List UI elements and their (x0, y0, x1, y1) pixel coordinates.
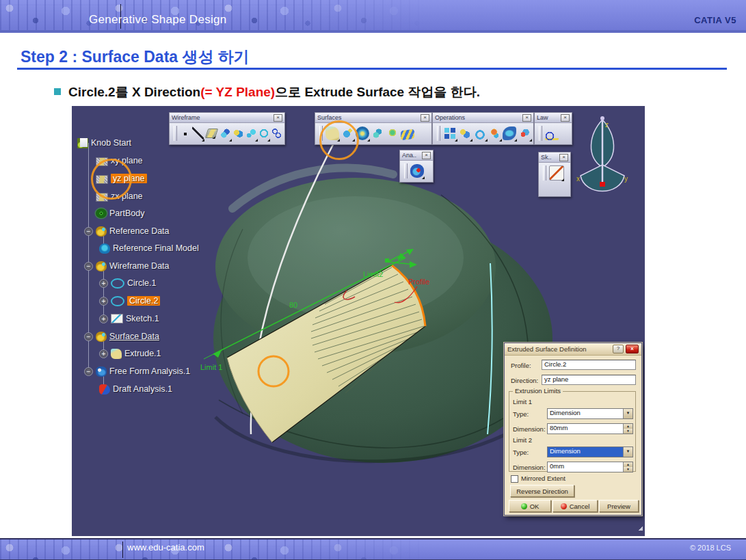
line-icon[interactable] (192, 126, 204, 140)
draft-analysis-icon[interactable] (99, 384, 110, 395)
trim-icon[interactable] (473, 126, 487, 140)
sketch-icon[interactable] (111, 314, 123, 323)
profile-input[interactable]: Circle.2 (542, 360, 636, 370)
tree-item-draft-analysis1[interactable]: Draft Analysis.1 (99, 383, 172, 395)
tree-item-sketch1[interactable]: Sketch.1 (99, 312, 159, 325)
circle-icon[interactable] (111, 278, 124, 289)
tree-label[interactable]: Wireframe Data (109, 261, 170, 271)
geometrical-set-icon[interactable] (96, 261, 107, 271)
tree-item-surface-data[interactable]: Surface Data (84, 330, 159, 343)
combine-icon[interactable] (232, 126, 244, 140)
spin-up-icon[interactable]: ▲ (624, 462, 632, 467)
help-icon[interactable]: ? (613, 345, 624, 354)
tree-label[interactable]: Knob Start (91, 138, 131, 148)
circle-icon[interactable] (111, 296, 124, 306)
toolbar-grip[interactable] (539, 126, 542, 141)
mirrored-extent-checkbox[interactable] (511, 475, 518, 483)
join-icon[interactable] (443, 126, 457, 140)
extract-icon[interactable] (503, 126, 516, 140)
model-icon[interactable] (99, 243, 110, 254)
cad-viewport[interactable]: 80 Limit 1 Limit2 Profile z x y Wirefram… (72, 106, 645, 536)
tree-label[interactable]: Draft Analysis.1 (113, 384, 172, 394)
projection-icon[interactable] (219, 126, 231, 140)
spin-down-icon[interactable]: ▼ (624, 467, 632, 472)
footer-site-link[interactable]: www.edu-catia.com (127, 542, 204, 552)
close-icon[interactable] (274, 114, 282, 122)
boundary-icon[interactable] (488, 126, 502, 140)
preview-button[interactable]: Preview (599, 500, 639, 512)
close-icon[interactable] (421, 114, 429, 122)
fillet-icon[interactable] (518, 126, 531, 140)
close-icon[interactable] (422, 152, 431, 159)
tree-label-selected[interactable]: Circle.2 (127, 296, 160, 306)
law-icon[interactable] (545, 126, 559, 140)
tree-label[interactable]: PartBody (109, 209, 144, 218)
spin-down-icon[interactable]: ▼ (624, 429, 632, 434)
compass-origin[interactable] (600, 182, 605, 187)
plane-icon[interactable] (205, 129, 219, 138)
reverse-direction-button[interactable]: Reverse Direction (510, 485, 574, 497)
cancel-button[interactable]: Cancel (552, 500, 598, 512)
sweep-icon[interactable] (386, 126, 399, 140)
tree-item-extrude1[interactable]: Extrude.1 (99, 347, 161, 360)
part-icon[interactable] (77, 138, 88, 148)
reflect-line-icon[interactable] (245, 126, 257, 140)
limit1-dimension-spinner[interactable]: 80mm ▲▼ (547, 423, 633, 434)
close-icon[interactable] (561, 114, 570, 122)
tree-item-wireframe-data[interactable]: Wireframe Data (84, 260, 170, 272)
connect-checker-icon[interactable] (410, 164, 424, 178)
limit1-type-combo[interactable]: Dimension ▼ (547, 408, 633, 419)
tree-item-reference-data[interactable]: Reference Data (84, 225, 170, 237)
point-icon[interactable] (180, 126, 191, 140)
tree-item-knob-start[interactable]: Knob Start (77, 137, 131, 149)
tree-label[interactable]: Reference Data (109, 226, 170, 236)
chevron-down-icon[interactable]: ▼ (623, 447, 632, 457)
offset-icon[interactable] (371, 126, 384, 140)
tree-label-in-work[interactable]: Surface Data (109, 332, 159, 341)
toolbar-grip[interactable] (437, 126, 440, 141)
expand-icon[interactable] (99, 279, 108, 288)
limit2-type-combo[interactable]: Dimension ▼ (547, 446, 633, 457)
toolbar-grip[interactable] (404, 163, 408, 178)
toolbar-grip[interactable] (543, 165, 546, 181)
close-icon[interactable]: x (626, 345, 639, 354)
collapse-icon[interactable] (84, 332, 93, 341)
expand-icon[interactable] (99, 349, 108, 358)
tree-label[interactable]: Free Form Analysis.1 (109, 366, 190, 376)
tree-label[interactable]: Circle.1 (127, 278, 156, 288)
expand-icon[interactable] (99, 297, 108, 306)
geometrical-set-icon[interactable] (96, 226, 107, 237)
compass[interactable]: z x y (573, 114, 632, 204)
tree-item-circle1[interactable]: Circle.1 (99, 277, 156, 289)
direction-input[interactable]: yz plane (542, 375, 636, 385)
viewport-resize-handle[interactable] (638, 526, 643, 531)
tree-item-reference-final-model[interactable]: Reference Final Model (99, 242, 199, 254)
spin-up-icon[interactable]: ▲ (624, 424, 632, 429)
close-icon[interactable] (522, 114, 531, 122)
fill-icon[interactable] (401, 129, 414, 140)
limit2-dimension-spinner[interactable]: 0mm ▲▼ (547, 462, 633, 472)
free-form-analysis-icon[interactable] (96, 366, 107, 377)
tree-label[interactable]: Extrude.1 (124, 349, 161, 358)
circle-icon[interactable] (258, 126, 270, 140)
partbody-icon[interactable] (96, 209, 107, 218)
toolbar-grip[interactable] (174, 126, 177, 141)
chevron-down-icon[interactable]: ▼ (623, 409, 632, 418)
close-icon[interactable] (559, 154, 568, 161)
tree-item-partbody[interactable]: PartBody (84, 207, 144, 219)
tree-label[interactable]: Reference Final Model (113, 243, 199, 253)
tree-label[interactable]: Sketch.1 (126, 314, 159, 323)
split-icon[interactable] (458, 126, 472, 140)
geometrical-set-icon[interactable] (96, 332, 107, 342)
sketch-icon[interactable] (549, 165, 564, 181)
collapse-icon[interactable] (84, 227, 93, 236)
tree-item-circle2[interactable]: Circle.2 (99, 295, 160, 307)
expand-icon[interactable] (99, 315, 108, 323)
extrude-icon[interactable] (111, 349, 122, 359)
tree-item-free-form-analysis1[interactable]: Free Form Analysis.1 (84, 365, 190, 377)
collapse-icon[interactable] (84, 367, 93, 376)
spline-icon[interactable] (271, 126, 282, 140)
dialog-titlebar[interactable]: Extruded Surface Definition ? x (505, 343, 641, 356)
collapse-icon[interactable] (84, 262, 93, 271)
ok-button[interactable]: OK (509, 500, 551, 512)
